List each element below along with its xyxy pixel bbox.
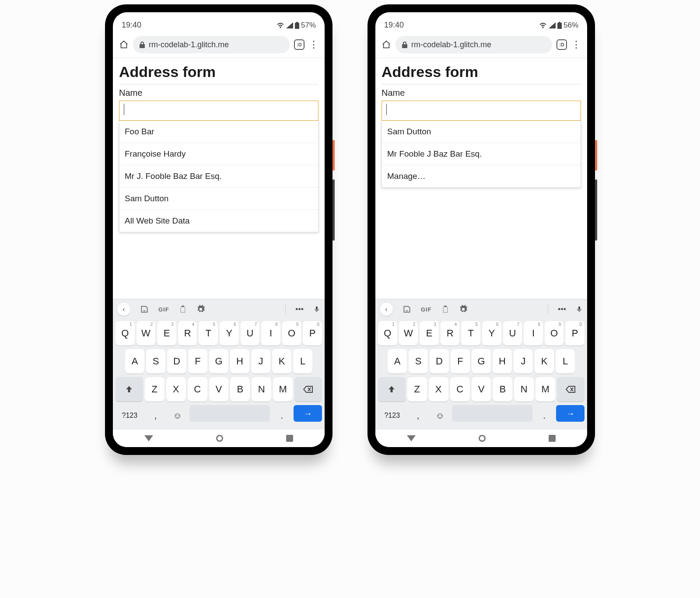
shift-key[interactable] [378, 377, 406, 402]
key-p[interactable]: 0P [303, 321, 322, 346]
autofill-item[interactable]: Sam Dutton [119, 188, 318, 210]
key-v[interactable]: V [472, 377, 491, 402]
volume-button[interactable] [595, 179, 597, 241]
key-t[interactable]: 5T [461, 321, 480, 346]
period-key[interactable]: . [272, 405, 292, 426]
key-h[interactable]: H [493, 349, 512, 374]
tab-switcher[interactable]: :D [294, 39, 304, 50]
key-t[interactable]: 5T [199, 321, 218, 346]
key-s[interactable]: S [146, 349, 165, 374]
key-i[interactable]: 8I [524, 321, 543, 346]
comma-key[interactable]: , [146, 405, 166, 426]
key-o[interactable]: 9O [282, 321, 301, 346]
power-button[interactable] [595, 140, 597, 171]
tab-switcher[interactable]: :D [556, 39, 567, 50]
key-w[interactable]: 2W [399, 321, 418, 346]
autofill-item[interactable]: Sam Dutton [382, 121, 581, 143]
key-k[interactable]: K [535, 349, 554, 374]
collapse-icon[interactable]: ‹ [117, 303, 130, 316]
comma-key[interactable]: , [408, 405, 428, 426]
key-u[interactable]: 7U [503, 321, 522, 346]
sticker-icon[interactable] [140, 305, 149, 314]
autofill-item[interactable]: Manage… [382, 165, 581, 187]
home-icon[interactable] [382, 40, 391, 49]
back-icon[interactable] [407, 435, 416, 441]
overflow-menu-icon[interactable]: ⋮ [309, 40, 318, 49]
key-a[interactable]: A [125, 349, 144, 374]
key-y[interactable]: 6Y [482, 321, 501, 346]
key-x[interactable]: X [429, 377, 448, 402]
space-key[interactable] [452, 405, 532, 422]
url-bar[interactable]: rm-codelab-1.glitch.me [396, 36, 552, 53]
enter-key[interactable]: → [556, 405, 584, 422]
space-key[interactable] [189, 405, 270, 422]
gear-icon[interactable] [196, 305, 205, 314]
back-icon[interactable] [144, 435, 153, 441]
key-e[interactable]: 3E [420, 321, 439, 346]
key-g[interactable]: G [472, 349, 491, 374]
autofill-item[interactable]: Foo Bar [119, 121, 318, 143]
sticker-icon[interactable] [402, 305, 411, 314]
overflow-menu-icon[interactable]: ⋮ [571, 40, 581, 49]
clipboard-icon[interactable] [441, 305, 449, 314]
symbols-key[interactable]: ?123 [116, 405, 144, 426]
backspace-key[interactable] [557, 377, 584, 402]
mic-icon[interactable] [313, 305, 320, 314]
key-b[interactable]: B [493, 377, 512, 402]
gif-button[interactable]: GIF [158, 306, 169, 313]
key-w[interactable]: 2W [136, 321, 156, 346]
key-m[interactable]: M [536, 377, 555, 402]
shift-key[interactable] [116, 377, 143, 402]
key-z[interactable]: Z [407, 377, 427, 402]
key-f[interactable]: F [188, 349, 207, 374]
key-j[interactable]: J [514, 349, 533, 374]
key-v[interactable]: V [209, 377, 229, 402]
mic-icon[interactable] [576, 305, 583, 314]
url-bar[interactable]: rm-codelab-1.glitch.me [133, 36, 290, 53]
autofill-item[interactable]: All Web Site Data [119, 210, 318, 232]
recent-icon[interactable] [286, 435, 293, 442]
key-j[interactable]: J [251, 349, 270, 374]
key-i[interactable]: 8I [261, 321, 280, 346]
key-h[interactable]: H [230, 349, 249, 374]
emoji-key[interactable]: ☺ [430, 405, 450, 426]
symbols-key[interactable]: ?123 [378, 405, 406, 426]
key-n[interactable]: N [514, 377, 534, 402]
key-l[interactable]: L [556, 349, 575, 374]
key-o[interactable]: 9O [545, 321, 564, 346]
period-key[interactable]: . [534, 405, 554, 426]
key-f[interactable]: F [451, 349, 470, 374]
more-icon[interactable]: ••• [558, 305, 566, 314]
key-q[interactable]: 1Q [116, 321, 135, 346]
key-n[interactable]: N [252, 377, 271, 402]
clipboard-icon[interactable] [179, 305, 187, 314]
key-r[interactable]: 4R [178, 321, 197, 346]
key-k[interactable]: K [272, 349, 291, 374]
name-input[interactable] [382, 101, 581, 121]
home-nav-icon[interactable] [216, 435, 223, 442]
key-z[interactable]: Z [145, 377, 164, 402]
recent-icon[interactable] [549, 435, 556, 442]
key-e[interactable]: 3E [157, 321, 176, 346]
key-g[interactable]: G [209, 349, 228, 374]
home-icon[interactable] [119, 40, 129, 49]
key-a[interactable]: A [388, 349, 407, 374]
power-button[interactable] [332, 140, 335, 171]
emoji-key[interactable]: ☺ [168, 405, 188, 426]
volume-button[interactable] [332, 179, 335, 241]
name-input[interactable] [119, 101, 318, 121]
gear-icon[interactable] [459, 305, 468, 314]
key-d[interactable]: D [167, 349, 186, 374]
key-y[interactable]: 6Y [220, 321, 239, 346]
key-c[interactable]: C [188, 377, 207, 402]
backspace-key[interactable] [294, 377, 322, 402]
collapse-icon[interactable]: ‹ [380, 303, 393, 316]
gif-button[interactable]: GIF [421, 306, 432, 313]
key-d[interactable]: D [430, 349, 449, 374]
autofill-item[interactable]: Mr J. Fooble Baz Bar Esq. [119, 165, 318, 188]
key-r[interactable]: 4R [441, 321, 460, 346]
key-m[interactable]: M [273, 377, 293, 402]
key-s[interactable]: S [409, 349, 428, 374]
key-l[interactable]: L [293, 349, 312, 374]
key-c[interactable]: C [450, 377, 470, 402]
